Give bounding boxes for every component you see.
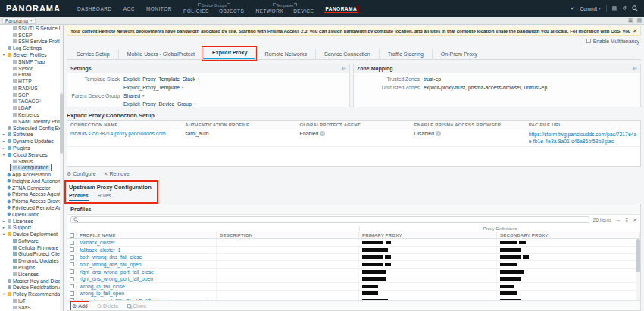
sidebar-item-server-profiles[interactable]: ▾Server Profiles xyxy=(0,51,63,58)
connection-row[interactable]: ninault-335638214.proxy.pancloudds.com s… xyxy=(67,129,640,147)
sidebar-item-syslog[interactable]: Syslog xyxy=(0,65,63,72)
sidebar-item-device-registration-auth-key[interactable]: Device Registration Auth Key xyxy=(0,284,63,291)
nav-objects[interactable]: OBJECTS xyxy=(219,8,244,14)
profiles-search-input[interactable] xyxy=(80,217,586,222)
sidebar-item-snmp-trap[interactable]: SNMP Trap xyxy=(0,58,63,65)
template-stack-select[interactable]: Explicit_Proxy_Template_Stack▾ xyxy=(123,76,199,82)
sidebar-item-kerberos[interactable]: Kerberos xyxy=(0,111,63,118)
configure-button[interactable]: ⚙Configure xyxy=(67,171,96,177)
row-checkbox[interactable] xyxy=(70,298,74,300)
tab-service-setup[interactable]: Service Setup xyxy=(68,49,118,59)
sidebar-item-cloud-services[interactable]: ▾Cloud Services xyxy=(0,151,63,158)
sidebar-item-app-acceleration[interactable]: App Acceleration xyxy=(0,171,63,178)
profiles-search-box[interactable] xyxy=(70,216,589,223)
column-secondary-proxy[interactable]: SECONDARY PROXY xyxy=(497,232,640,238)
context-selector[interactable]: Panorama ▾ xyxy=(2,17,36,24)
row-checkbox[interactable] xyxy=(70,291,74,296)
upstream-tab-profiles[interactable]: Profiles xyxy=(69,193,89,201)
sidebar-item-policy-recommendation[interactable]: ▾Policy Recommendation xyxy=(0,291,63,297)
sidebar-item-http[interactable]: HTTP xyxy=(0,78,63,85)
search-icon[interactable] xyxy=(632,5,638,11)
table-row[interactable]: wrong_ip_fail_close xyxy=(67,283,640,291)
profiles-scrollbar[interactable] xyxy=(636,239,640,300)
sidebar-item-scheduled-config-export[interactable]: Scheduled Config Export xyxy=(0,125,63,132)
sidebar-item-saas[interactable]: SaaS xyxy=(0,304,63,311)
nav-monitor[interactable]: MONITOR xyxy=(146,6,172,11)
sidebar-item-ssl-tls-service-profile[interactable]: SSL/TLS Service Profile xyxy=(0,25,63,32)
export-icon[interactable]: ↧ xyxy=(624,217,629,223)
layout-rows-icon[interactable]: ▤ xyxy=(636,17,642,23)
zone-mapping-gear-icon[interactable]: ⚙ xyxy=(633,66,637,72)
table-row[interactable]: right_dns_wrong_port_fail_open xyxy=(67,275,640,283)
profile-name-link[interactable]: wrong_ip_fail_close xyxy=(80,284,125,289)
column-profile-name[interactable]: PROFILE NAME xyxy=(77,232,217,238)
row-checkbox[interactable] xyxy=(70,255,74,260)
nav-dashboard[interactable]: DASHBOARD xyxy=(77,6,112,11)
sidebar-item-master-key-and-diagnostics[interactable]: Master Key and Diagnostics xyxy=(0,278,63,285)
sidebar-item-scp[interactable]: SCP xyxy=(0,92,63,98)
sidebar-item-ldap[interactable]: LDAP xyxy=(0,104,63,111)
row-checkbox[interactable] xyxy=(70,284,74,288)
sidebar-item-status[interactable]: Status xyxy=(0,158,63,165)
sidebar-item-licenses[interactable]: Licenses xyxy=(0,271,63,278)
device-group-select[interactable]: Explicit_Proxy_Device_Group▾ xyxy=(123,101,195,107)
sidebar-item-cellular-firmware[interactable]: Cellular Firmware xyxy=(0,244,63,251)
profile-name-link[interactable]: right_dns_port_FW_BlockFailOpen xyxy=(80,298,160,300)
nav-device[interactable]: DEVICE xyxy=(293,8,314,14)
profile-name-link[interactable]: fallback_cluster_1 xyxy=(80,247,120,253)
sidebar-item-ztna-connector[interactable]: ZTNA Connector xyxy=(0,185,63,191)
table-row[interactable]: fallback_cluster_1 xyxy=(67,247,640,254)
upstream-tab-rules[interactable]: Rules xyxy=(98,193,111,201)
sidebar-item-prisma-access-agent[interactable]: Prisma Access Agent xyxy=(0,191,63,198)
table-row[interactable]: both_wrong_dns_fail_close xyxy=(67,254,640,262)
sidebar-item-dynamic-updates[interactable]: Dynamic Updates xyxy=(0,257,63,264)
nav-panorama[interactable]: PANORAMA xyxy=(325,6,357,11)
settings-gear-icon[interactable]: ⚙ xyxy=(342,66,346,72)
table-row[interactable]: fallback_cluster xyxy=(67,239,640,247)
sidebar-item-plugins[interactable]: ▸Plugins xyxy=(0,145,63,151)
delete-button[interactable]: ⊖Delete xyxy=(97,303,119,309)
tab-on-prem-proxy[interactable]: On-Prem Proxy xyxy=(432,49,486,59)
sidebar-item-software[interactable]: ▸Software xyxy=(0,132,63,138)
select-all-checkbox[interactable] xyxy=(70,233,74,238)
apply-filter-icon[interactable]: → xyxy=(615,217,621,222)
sidebar-item-ssh-service-profile[interactable]: SSH Service Profile xyxy=(0,39,63,45)
row-checkbox[interactable] xyxy=(70,269,74,274)
sidebar-item-insights-and-autonomous[interactable]: Insights And Autonomous... xyxy=(0,178,63,185)
parent-device-group-select[interactable]: Shared▾ xyxy=(123,93,144,98)
row-checkbox[interactable] xyxy=(70,277,74,281)
remove-button[interactable]: ✕Remove xyxy=(104,171,130,177)
tasks-icon[interactable]: ▤ xyxy=(612,5,617,11)
column-description[interactable]: DESCRIPTION xyxy=(217,232,359,238)
commit-button[interactable]: Commit▾ xyxy=(580,6,601,11)
sidebar-item-email[interactable]: Email xyxy=(0,71,63,78)
profile-name-link[interactable]: both_wrong_dns_fail_close xyxy=(80,254,142,260)
layout-grid-icon[interactable]: ▣ xyxy=(628,17,633,23)
row-checkbox[interactable] xyxy=(70,262,74,266)
tab-explicit-proxy[interactable]: Explicit Proxy xyxy=(203,48,255,59)
template-select[interactable]: Explicit_Proxy_Template▾ xyxy=(123,85,183,90)
nav-network[interactable]: NETWORK xyxy=(255,8,283,14)
tab-mobile-users-globalprotect[interactable]: Mobile Users - GlobalProtect xyxy=(118,49,203,59)
profile-name-link[interactable]: right_dns_wrong_port_fail_close xyxy=(80,269,154,275)
clear-filter-icon[interactable]: ✕ xyxy=(633,217,637,223)
sidebar-item-globalprotect-client[interactable]: GlobalProtect Client xyxy=(0,251,63,258)
profile-name-link[interactable]: fallback_cluster xyxy=(80,240,115,245)
warning-close-icon[interactable]: ✕ xyxy=(633,28,637,34)
sidebar-item-openconfig[interactable]: OpenConfig xyxy=(0,211,63,218)
revert-icon[interactable]: ↺ xyxy=(622,5,627,11)
sidebar-item-prisma-access-browser[interactable]: Prisma Access Browser xyxy=(0,197,63,204)
table-row[interactable]: both_wrong_dns_fail_open xyxy=(67,261,640,269)
tab-traffic-steering[interactable]: Traffic Steering xyxy=(379,49,432,59)
enable-multitenancy-checkbox[interactable] xyxy=(586,39,591,43)
sidebar-item-saml-identity-provider[interactable]: SAML Identity Provider xyxy=(0,118,63,125)
tab-service-connection[interactable]: Service Connection xyxy=(315,49,379,59)
tab-remote-networks[interactable]: Remote Networks xyxy=(255,49,315,59)
sidebar-item-device-deployment[interactable]: ▾Device Deployment xyxy=(0,231,63,238)
profile-name-link[interactable]: wrong_ip_fail_open xyxy=(80,291,124,296)
nav-policies[interactable]: POLICIES xyxy=(183,8,209,14)
pac-file-url-link[interactable]: https://storm.twg.pancloudds.com/pac/721… xyxy=(529,131,637,145)
sidebar-item-privileged-remote-acc[interactable]: Privileged Remote Acc... xyxy=(0,204,63,211)
help-icon[interactable]: ? xyxy=(320,131,325,136)
table-row[interactable]: right_dns_port_FW_BlockFailOpen▾ xyxy=(67,297,640,300)
